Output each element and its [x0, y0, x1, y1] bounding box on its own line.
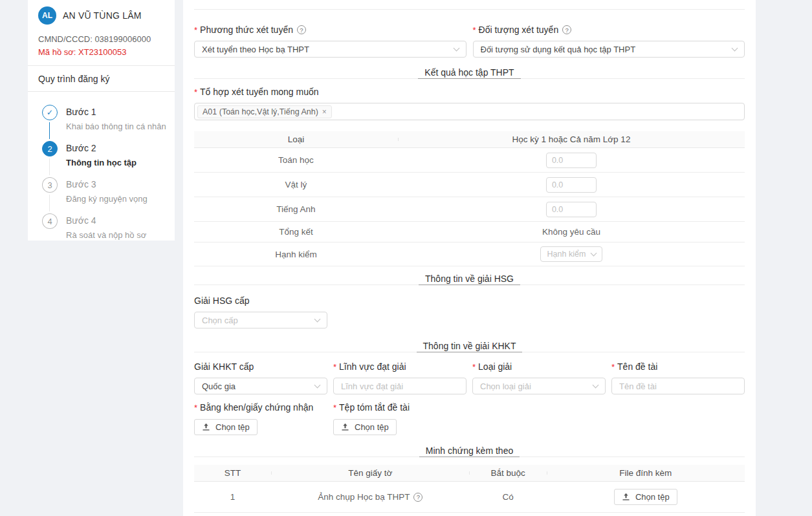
- subject-label: Tiếng Anh: [194, 204, 398, 214]
- col-document-header: Tên giấy tờ: [271, 468, 469, 478]
- step-connector: [49, 195, 50, 211]
- table-row: Toán học: [194, 148, 745, 173]
- hsg-level-placeholder: Chọn cấp: [202, 316, 310, 325]
- sidebar-card: AL AN VŨ TÙNG LÂM CMND/CCCD: 03819900600…: [28, 0, 175, 241]
- section-hsg-title: Thông tin về giải HSG: [419, 272, 520, 285]
- upload-icon: [202, 423, 210, 431]
- method-select-value: Xét tuyển theo Học bạ THPT: [202, 45, 449, 54]
- chevron-down-icon: [732, 45, 738, 51]
- subject-label: Vật lý: [194, 180, 398, 189]
- step-1[interactable]: ✓ Bước 1 Khai báo thông tin cá nhân: [42, 105, 167, 141]
- combination-tag: A01 (Toán học,Vật lý,Tiếng Anh) ×: [197, 105, 332, 118]
- section-scores-divider: Kết quả học tập THPT: [194, 66, 745, 79]
- english-score-input[interactable]: [546, 202, 597, 217]
- combination-tag-label: A01 (Toán học,Vật lý,Tiếng Anh): [203, 107, 318, 116]
- table-row: Hạnh kiểm Hạnh kiểm: [194, 242, 745, 266]
- khkt-prize-placeholder: Chọn loại giải: [480, 382, 588, 391]
- khkt-topic-label: Tên đề tài: [617, 361, 657, 372]
- step-connector: [49, 158, 50, 175]
- required-asterisk: *: [333, 362, 336, 372]
- process-title: Quy trình đăng ký: [28, 66, 175, 91]
- table-row: Tiếng Anh: [194, 197, 745, 222]
- evidence-stt: 1: [194, 492, 271, 502]
- combination-multiselect[interactable]: A01 (Toán học,Vật lý,Tiếng Anh) ×: [194, 103, 745, 120]
- evidence-upload-button[interactable]: Chọn tệp: [614, 489, 677, 505]
- required-asterisk: *: [473, 25, 476, 35]
- step-check-icon: ✓: [42, 105, 58, 120]
- table-row: 1 Ảnh chụp Học bạ THPT ? Có Chọn tệp: [194, 482, 745, 513]
- khkt-field-input[interactable]: [333, 378, 466, 394]
- section-khkt-title: Thông tin về giải KHKT: [417, 339, 523, 352]
- required-asterisk: *: [194, 25, 197, 35]
- khkt-topic-input[interactable]: [611, 378, 745, 394]
- section-hsg-divider: Thông tin về giải HSG: [194, 272, 745, 285]
- user-name: AN VŨ TÙNG LÂM: [63, 10, 142, 21]
- col-type-header: Loại: [194, 134, 398, 144]
- summary-file-label: Tệp tóm tắt đề tài: [339, 402, 410, 413]
- required-asterisk: *: [472, 362, 476, 372]
- evidence-table: STT Tên giấy tờ Bắt buộc File đính kèm 1…: [194, 465, 745, 513]
- upload-icon: [622, 493, 630, 501]
- certificate-upload-button[interactable]: Chọn tệp: [194, 419, 258, 435]
- step-subtitle: Rà soát và nộp hồ sơ: [66, 230, 146, 241]
- evidence-document-name: Ảnh chụp Học bạ THPT: [318, 492, 410, 502]
- required-asterisk: *: [333, 403, 336, 413]
- dossier-code-text: Mã hồ sơ: XT23100053: [38, 47, 164, 57]
- math-score-input[interactable]: [546, 153, 597, 168]
- summary-upload-button[interactable]: Chọn tệp: [333, 419, 397, 435]
- upload-button-label: Chọn tệp: [355, 422, 389, 432]
- upload-icon: [341, 423, 349, 431]
- conduct-select-placeholder: Hạnh kiểm: [547, 250, 586, 259]
- certificate-label: Bằng khen/giấy chứng nhận: [200, 402, 313, 413]
- form-card: * Phương thức xét tuyển ? Xét tuyển theo…: [183, 0, 756, 516]
- khkt-prize-select[interactable]: Chọn loại giải: [472, 378, 606, 394]
- col-term-header: Học kỳ 1 hoặc Cả năm Lớp 12: [398, 134, 745, 144]
- col-file-header: File đính kèm: [547, 468, 745, 478]
- step-2[interactable]: 2 Bước 2 Thông tin học tập: [42, 141, 167, 177]
- step-subtitle: Khai báo thông tin cá nhân: [66, 121, 166, 133]
- step-connector: [49, 122, 50, 139]
- step-title: Bước 4: [66, 213, 146, 228]
- target-select[interactable]: Đối tượng sử dụng kết quả học tập THPT: [473, 41, 745, 58]
- table-row: Tổng kết Không yêu cầu: [194, 222, 745, 242]
- step-title: Bước 3: [66, 177, 148, 191]
- step-title: Bước 1: [66, 105, 166, 119]
- step-subtitle: Thông tin học tập: [66, 157, 137, 169]
- step-3[interactable]: 3 Bước 3 Đăng ký nguyện vọng: [42, 177, 167, 213]
- hsg-level-select[interactable]: Chọn cấp: [194, 312, 327, 328]
- step-number-icon: 3: [42, 177, 58, 193]
- combination-label: Tổ hợp xét tuyển mong muốn: [200, 87, 319, 97]
- khkt-field-label: Lĩnh vực đạt giải: [339, 361, 406, 372]
- required-asterisk: *: [194, 403, 197, 413]
- section-scores-title: Kết quả học tập THPT: [418, 66, 520, 79]
- khkt-level-value: Quốc gia: [202, 382, 310, 391]
- subject-label: Hạnh kiểm: [194, 250, 398, 259]
- method-select[interactable]: Xét tuyển theo Học bạ THPT: [194, 41, 466, 58]
- step-subtitle: Đăng ký nguyện vọng: [66, 193, 148, 205]
- scores-table-header: Loại Học kỳ 1 hoặc Cả năm Lớp 12: [194, 131, 745, 148]
- scores-table: Loại Học kỳ 1 hoặc Cả năm Lớp 12 Toán họ…: [194, 131, 745, 266]
- avatar: AL: [38, 6, 56, 25]
- hsg-level-label: Giải HSG cấp: [194, 296, 250, 306]
- khkt-level-select[interactable]: Quốc gia: [194, 378, 327, 394]
- target-select-value: Đối tượng sử dụng kết quả học tập THPT: [481, 45, 728, 54]
- chevron-down-icon: [593, 382, 599, 388]
- physics-score-input[interactable]: [546, 177, 597, 193]
- question-circle-icon[interactable]: ?: [297, 25, 306, 34]
- target-label: Đối tượng xét tuyển: [479, 25, 559, 35]
- conduct-select[interactable]: Hạnh kiểm: [540, 246, 602, 262]
- khkt-prize-label: Loại giải: [478, 361, 512, 372]
- national-id-text: CMND/CCCD: 038199006000: [38, 34, 164, 44]
- question-circle-icon[interactable]: ?: [562, 25, 571, 34]
- section-evidence-divider: Minh chứng kèm theo: [194, 444, 745, 457]
- step-4[interactable]: 4 Bước 4 Rà soát và nộp hồ sơ: [42, 213, 167, 250]
- chevron-down-icon: [314, 382, 321, 388]
- required-asterisk: *: [194, 87, 197, 97]
- not-required-text: Không yêu cầu: [398, 227, 745, 237]
- method-label: Phương thức xét tuyển: [200, 25, 293, 35]
- remove-tag-icon[interactable]: ×: [322, 108, 327, 116]
- upload-button-label: Chọn tệp: [215, 422, 250, 432]
- content-top-divider: [194, 9, 745, 10]
- question-circle-icon[interactable]: ?: [413, 493, 422, 502]
- upload-button-label: Chọn tệp: [635, 492, 670, 502]
